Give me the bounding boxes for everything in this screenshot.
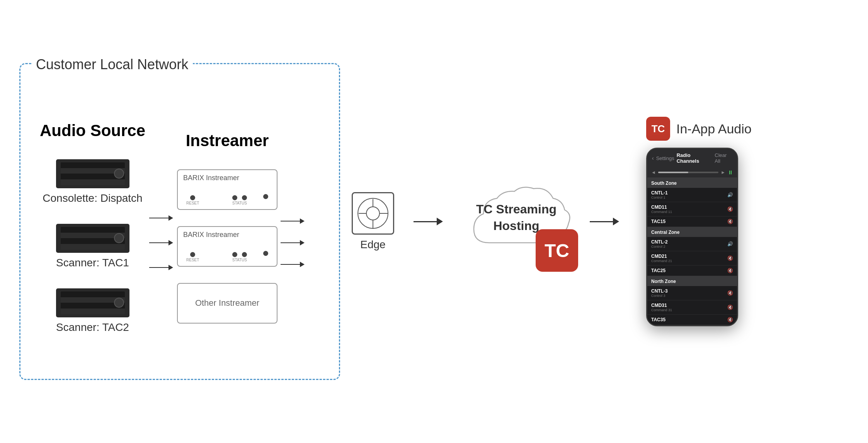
in-app-header: TC In-App Audio bbox=[646, 117, 752, 141]
other-instreamer-label: Other Instreamer bbox=[195, 298, 259, 308]
channel-central-cmd21[interactable]: CMD21 Command 21 🔇 bbox=[647, 251, 737, 266]
channel-north-tac35[interactable]: TAC35 🔇 bbox=[647, 315, 737, 325]
back-arrow-icon[interactable]: ‹ bbox=[652, 155, 654, 161]
vol-icon-left: ◄ bbox=[651, 170, 656, 175]
status-dot-2b bbox=[242, 252, 247, 257]
channel-south-cntl1-info: CNTL-1 Control 1 bbox=[651, 190, 668, 199]
channel-south-cntl1[interactable]: CNTL-1 Control 1 🔊 bbox=[647, 188, 737, 202]
instreamer-card-other: Other Instreamer bbox=[177, 283, 277, 324]
source-label-consolette: Consolette: Dispatch bbox=[43, 192, 142, 204]
arrows-to-edge bbox=[281, 218, 305, 267]
nav-radio-channels-label[interactable]: Radio Channels bbox=[677, 152, 713, 164]
arrow-to-edge-2 bbox=[281, 240, 305, 245]
channel-south-tac15[interactable]: TAC15 🔇 bbox=[647, 216, 737, 227]
channel-north-cntl3-name: CNTL-3 bbox=[651, 288, 668, 294]
dot-reset-2 bbox=[190, 252, 195, 257]
channel-central-cntl2-name: CNTL-2 bbox=[651, 239, 668, 245]
instreamer-items: BARIX Instreamer RESET bbox=[177, 169, 277, 324]
volume-fill bbox=[658, 172, 688, 173]
instreamer-dots-1: RESET STATUS bbox=[183, 194, 271, 205]
channel-central-tac25-icon: 🔇 bbox=[727, 268, 733, 273]
extra-dot-1 bbox=[263, 194, 268, 199]
channel-central-tac25-info: TAC25 bbox=[651, 268, 665, 273]
instreamer-label-2: BARIX Instreamer bbox=[183, 231, 271, 239]
channel-south-tac15-info: TAC15 bbox=[651, 219, 665, 224]
channel-central-cntl2-info: CNTL-2 Control 2 bbox=[651, 239, 668, 249]
nav-clear-label[interactable]: Clear All bbox=[715, 152, 732, 164]
source-items: Consolette: Dispatch Scanner: TAC1 Scann… bbox=[40, 159, 145, 334]
channel-central-tac25[interactable]: TAC25 🔇 bbox=[647, 266, 737, 276]
customer-network-box: Customer Local Network Audio Source Cons… bbox=[19, 63, 340, 380]
channel-central-cntl2[interactable]: CNTL-2 Control 2 🔊 bbox=[647, 237, 737, 251]
channel-central-cntl2-icon: 🔊 bbox=[727, 241, 733, 247]
status-dot-group-2: STATUS bbox=[232, 252, 247, 262]
instreamer-label-1: BARIX Instreamer bbox=[183, 174, 271, 182]
channel-south-cmd11[interactable]: CMD11 Command 11 🔇 bbox=[647, 202, 737, 216]
audio-source-col: Audio Source Consolette: Dispatch Scanne… bbox=[40, 121, 145, 334]
channel-central-tac25-name: TAC25 bbox=[651, 268, 665, 273]
arrow-cloud-app bbox=[590, 218, 619, 225]
arrow-3 bbox=[149, 265, 173, 270]
volume-slider[interactable] bbox=[658, 172, 718, 173]
instreamer-card-1: BARIX Instreamer RESET bbox=[177, 169, 277, 210]
customer-network-label: Customer Local Network bbox=[31, 56, 193, 73]
zone-central-label: Central Zone bbox=[651, 230, 679, 235]
channel-south-tac15-icon: 🔇 bbox=[727, 219, 733, 224]
channel-north-tac35-name: TAC35 bbox=[651, 317, 665, 322]
channel-central-cmd21-icon: 🔇 bbox=[727, 256, 733, 261]
zone-north-label: North Zone bbox=[651, 279, 676, 284]
reset-dot-1: RESET bbox=[186, 195, 199, 205]
arrow-1 bbox=[149, 215, 173, 221]
dot-reset-1 bbox=[190, 195, 195, 200]
status-label-2: STATUS bbox=[232, 258, 247, 262]
channel-south-cmd11-icon: 🔇 bbox=[727, 206, 733, 212]
status-dot-1b bbox=[242, 195, 247, 200]
in-app-title: In-App Audio bbox=[676, 121, 752, 136]
zone-header-central: Central Zone bbox=[647, 227, 737, 237]
arrow-to-edge-3 bbox=[281, 262, 305, 267]
tc-logo-small: TC bbox=[646, 117, 670, 141]
channel-central-cmd21-info: CMD21 Command 21 bbox=[651, 254, 672, 263]
channel-north-tac35-info: TAC35 bbox=[651, 317, 665, 322]
status-dot-2a bbox=[232, 252, 237, 257]
in-app-audio-section: TC In-App Audio ‹ Settings Radio Channel… bbox=[646, 117, 752, 326]
phone-volume-bar: ◄ ► ⏸ bbox=[647, 167, 737, 178]
zone-south-label: South Zone bbox=[651, 181, 677, 186]
source-item-tac1: Scanner: TAC1 bbox=[40, 224, 145, 269]
channel-north-cmd31-info: CMD31 Command 31 bbox=[651, 303, 672, 312]
edge-center-dot bbox=[366, 206, 380, 220]
source-label-tac1: Scanner: TAC1 bbox=[56, 257, 129, 269]
status-dot-1a bbox=[232, 195, 237, 200]
channel-south-cmd11-name: CMD11 bbox=[651, 204, 672, 210]
nav-settings-label[interactable]: Settings bbox=[656, 155, 674, 161]
source-item-consolette: Consolette: Dispatch bbox=[40, 159, 145, 204]
channel-north-cntl3[interactable]: CNTL-3 Control 3 🔇 bbox=[647, 286, 737, 300]
device-img-tac1 bbox=[56, 224, 129, 253]
reset-label-1: RESET bbox=[186, 201, 199, 205]
reset-dot-2: RESET bbox=[186, 252, 199, 262]
channel-north-cmd31-icon: 🔇 bbox=[727, 305, 733, 310]
extra-dot-2 bbox=[263, 251, 268, 256]
instreamer-card-2: BARIX Instreamer RESET bbox=[177, 226, 277, 267]
edge-label: Edge bbox=[360, 239, 385, 251]
arrow-2 bbox=[149, 240, 173, 245]
status-dot-group-1: STATUS bbox=[232, 195, 247, 205]
channel-south-tac15-name: TAC15 bbox=[651, 219, 665, 224]
source-item-tac2: Scanner: TAC2 bbox=[40, 288, 145, 334]
phone-nav-bar: ‹ Settings Radio Channels Clear All bbox=[647, 149, 737, 167]
play-pause-icon[interactable]: ⏸ bbox=[728, 169, 733, 175]
channel-central-cntl2-sub: Control 2 bbox=[651, 245, 668, 249]
device-img-consolette bbox=[56, 159, 129, 188]
edge-element: Edge bbox=[352, 192, 394, 251]
channel-north-cmd31[interactable]: CMD31 Command 31 🔇 bbox=[647, 300, 737, 315]
channel-north-cmd31-sub: Command 31 bbox=[651, 308, 672, 312]
instreamer-title: Instreamer bbox=[186, 131, 269, 150]
device-img-tac2 bbox=[56, 288, 129, 317]
channel-south-cmd11-info: CMD11 Command 11 bbox=[651, 204, 672, 214]
status-dots-2 bbox=[232, 252, 247, 257]
channel-north-cmd31-name: CMD31 bbox=[651, 303, 672, 308]
source-label-tac2: Scanner: TAC2 bbox=[56, 321, 129, 334]
edge-circle bbox=[357, 198, 388, 229]
diagram-wrapper: Customer Local Network Audio Source Cons… bbox=[0, 0, 868, 443]
arrows-to-instreamer bbox=[145, 215, 177, 270]
